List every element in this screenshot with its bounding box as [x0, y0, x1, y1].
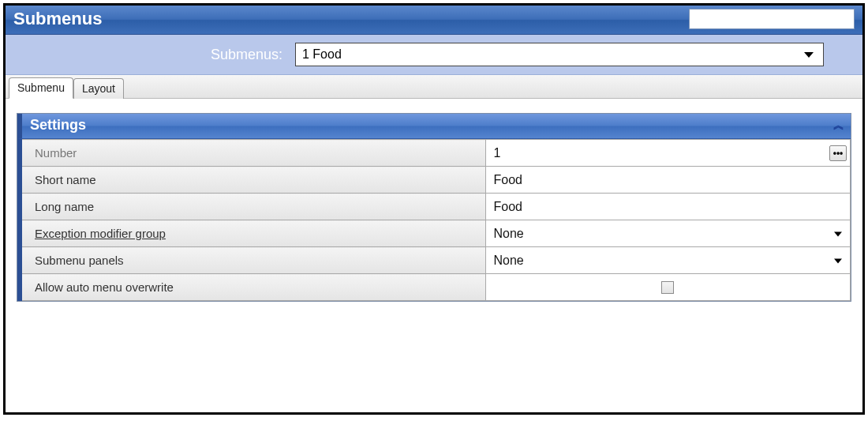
row-number-value[interactable]: 1 ••• — [485, 140, 851, 167]
row-exception-modifier-group-label[interactable]: Exception modifier group — [20, 220, 485, 247]
row-long-name-value[interactable]: Food — [485, 194, 851, 220]
row-exception-modifier-group-value[interactable]: None — [485, 220, 851, 247]
page-title: Submenus — [13, 9, 102, 29]
row-allow-auto-overwrite-label: Allow auto menu overwrite — [20, 274, 485, 301]
chevron-down-icon — [834, 258, 842, 263]
row-long-name: Long name Food — [20, 194, 851, 220]
panel-title: Settings — [30, 117, 86, 133]
row-exception-modifier-group-value-text: None — [494, 227, 524, 240]
row-short-name-value[interactable]: Food — [485, 167, 851, 194]
tab-label: Layout — [82, 82, 115, 95]
row-number-label: Number — [20, 140, 485, 167]
title-bar: Submenus — [6, 6, 862, 35]
tab-layout[interactable]: Layout — [73, 78, 124, 99]
tab-label: Submenu — [17, 81, 65, 94]
row-long-name-label: Long name — [20, 194, 485, 220]
row-allow-auto-overwrite: Allow auto menu overwrite — [20, 274, 851, 301]
row-submenu-panels-label: Submenu panels — [20, 247, 485, 274]
selector-row: Submenus: 1 Food — [6, 35, 862, 75]
ellipsis-icon: ••• — [833, 148, 844, 158]
row-long-name-value-text: Food — [494, 200, 522, 213]
row-number: Number 1 ••• — [20, 140, 851, 167]
chevron-down-icon — [804, 52, 814, 58]
row-exception-modifier-group: Exception modifier group None — [20, 220, 851, 247]
chevron-down-icon — [834, 231, 842, 236]
row-short-name-label: Short name — [20, 167, 485, 194]
tab-submenu[interactable]: Submenu — [9, 77, 73, 99]
settings-panel: Settings ︽ Number 1 ••• Short name — [17, 113, 851, 302]
row-allow-auto-overwrite-value — [485, 274, 851, 301]
row-short-name: Short name Food — [20, 167, 851, 194]
selector-label: Submenus: — [15, 47, 287, 63]
row-short-name-value-text: Food — [494, 173, 522, 186]
row-submenu-panels-value-text: None — [494, 254, 524, 267]
row-number-value-text: 1 — [494, 146, 501, 160]
ellipsis-button[interactable]: ••• — [829, 145, 847, 161]
content-area: Settings ︽ Number 1 ••• Short name — [6, 99, 862, 412]
row-submenu-panels: Submenu panels None — [20, 247, 851, 274]
submenus-select-value: 1 Food — [302, 47, 804, 62]
row-submenu-panels-value[interactable]: None — [485, 247, 851, 274]
tab-bar: Submenu Layout — [6, 75, 862, 99]
allow-auto-overwrite-checkbox[interactable] — [661, 281, 674, 294]
submenus-select[interactable]: 1 Food — [295, 43, 824, 66]
collapse-icon: ︽ — [833, 118, 843, 133]
settings-panel-header[interactable]: Settings ︽ — [17, 114, 851, 139]
header-search-input[interactable] — [689, 9, 855, 29]
app-frame: Submenus Submenus: 1 Food Submenu Layout… — [3, 3, 865, 415]
property-grid: Number 1 ••• Short name Food — [17, 139, 851, 301]
